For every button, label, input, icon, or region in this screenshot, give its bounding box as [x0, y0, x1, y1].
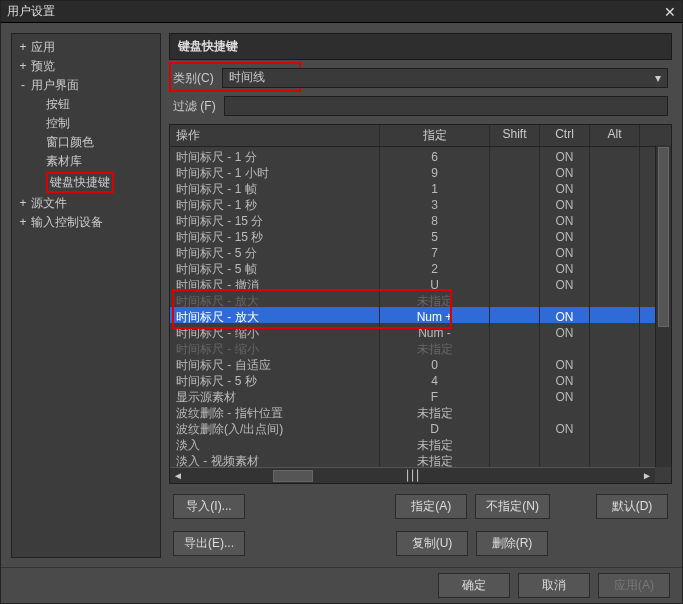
cell-ctrl: ON	[540, 147, 590, 163]
table-row[interactable]: 淡入未指定	[170, 435, 671, 451]
horizontal-scrollbar[interactable]: ◄ ⎮⎮⎮ ►	[170, 467, 655, 483]
cell-key: Num -	[380, 323, 490, 339]
expand-icon[interactable]: +	[18, 59, 28, 73]
ok-button[interactable]: 确定	[438, 573, 510, 598]
copy-button[interactable]: 复制(U)	[396, 531, 468, 556]
table-row[interactable]: 时间标尺 - 撤消UON	[170, 275, 671, 291]
expand-icon[interactable]: +	[18, 40, 28, 54]
expand-icon[interactable]: +	[18, 215, 28, 229]
cell-key: 未指定	[380, 403, 490, 419]
cell-shift	[490, 243, 540, 259]
default-button[interactable]: 默认(D)	[596, 494, 668, 519]
table-row[interactable]: 时间标尺 - 1 秒3ON	[170, 195, 671, 211]
delete-button[interactable]: 删除(R)	[476, 531, 548, 556]
tree-item[interactable]: 键盘快捷键	[14, 171, 158, 194]
scrollbar-track[interactable]	[421, 470, 640, 482]
close-icon[interactable]: ✕	[664, 4, 676, 20]
category-select[interactable]: 时间线	[222, 68, 668, 88]
cell-key: 5	[380, 227, 490, 243]
table-row[interactable]: 波纹删除 - 指针位置未指定	[170, 403, 671, 419]
scrollbar-thumb[interactable]	[658, 147, 669, 327]
unassign-button[interactable]: 不指定(N)	[475, 494, 550, 519]
cell-ctrl: ON	[540, 211, 590, 227]
apply-button[interactable]: 应用(A)	[598, 573, 670, 598]
col-key-header[interactable]: 指定	[380, 125, 490, 146]
footer-buttons: 确定 取消 应用(A)	[1, 567, 682, 603]
expand-icon[interactable]: -	[18, 78, 28, 92]
table-row[interactable]: 时间标尺 - 1 小时9ON	[170, 163, 671, 179]
category-value: 时间线	[223, 70, 265, 84]
cell-alt	[590, 163, 640, 179]
expand-icon[interactable]: +	[18, 196, 28, 210]
tree-item[interactable]: + 预览	[14, 57, 158, 76]
vertical-scrollbar[interactable]	[655, 145, 671, 467]
table-row[interactable]: 时间标尺 - 放大Num +ON	[170, 307, 671, 323]
cell-shift	[490, 387, 540, 403]
scroll-left-icon[interactable]: ◄	[170, 470, 186, 481]
cell-ctrl	[540, 291, 590, 307]
cell-key: 未指定	[380, 339, 490, 355]
table-row[interactable]: 时间标尺 - 自适应0ON	[170, 355, 671, 371]
tree-item[interactable]: + 源文件	[14, 194, 158, 213]
scrollbar-thumb[interactable]	[273, 470, 313, 482]
cell-key: 2	[380, 259, 490, 275]
tree-item[interactable]: + 应用	[14, 38, 158, 57]
table-row[interactable]: 时间标尺 - 15 分8ON	[170, 211, 671, 227]
import-button[interactable]: 导入(I)...	[173, 494, 245, 519]
scrollbar-track[interactable]	[186, 470, 405, 482]
cell-alt	[590, 211, 640, 227]
cell-action: 时间标尺 - 缩小	[170, 339, 380, 355]
cell-shift	[490, 371, 540, 387]
table-header: 操作 指定 Shift Ctrl Alt	[170, 125, 671, 147]
table-row[interactable]: 时间标尺 - 缩小Num -ON	[170, 323, 671, 339]
tree-item[interactable]: - 用户界面	[14, 76, 158, 95]
cell-ctrl: ON	[540, 163, 590, 179]
titlebar: 用户设置 ✕	[1, 1, 682, 23]
col-alt-header[interactable]: Alt	[590, 125, 640, 146]
tree-item[interactable]: 控制	[14, 114, 158, 133]
scroll-right-icon[interactable]: ►	[639, 470, 655, 481]
cell-shift	[490, 403, 540, 419]
tree-item[interactable]: + 输入控制设备	[14, 213, 158, 232]
cell-key: 未指定	[380, 451, 490, 467]
cell-alt	[590, 291, 640, 307]
cell-action: 时间标尺 - 撤消	[170, 275, 380, 291]
cell-action: 时间标尺 - 15 分	[170, 211, 380, 227]
table-row[interactable]: 时间标尺 - 放大未指定	[170, 291, 671, 307]
table-row[interactable]: 时间标尺 - 5 帧2ON	[170, 259, 671, 275]
cell-key: 8	[380, 211, 490, 227]
assign-button[interactable]: 指定(A)	[395, 494, 467, 519]
cell-alt	[590, 195, 640, 211]
cell-key: Num +	[380, 307, 490, 323]
cell-alt	[590, 147, 640, 163]
col-action-header[interactable]: 操作	[170, 125, 380, 146]
cancel-button[interactable]: 取消	[518, 573, 590, 598]
table-row[interactable]: 淡入 - 视频素材未指定	[170, 451, 671, 467]
tree-item[interactable]: 素材库	[14, 152, 158, 171]
table-row[interactable]: 波纹删除(入/出点间)DON	[170, 419, 671, 435]
tree-item[interactable]: 窗口颜色	[14, 133, 158, 152]
cell-ctrl: ON	[540, 371, 590, 387]
filter-input[interactable]	[224, 96, 668, 116]
cell-key: 0	[380, 355, 490, 371]
table-row[interactable]: 时间标尺 - 15 秒5ON	[170, 227, 671, 243]
col-shift-header[interactable]: Shift	[490, 125, 540, 146]
table-row[interactable]: 时间标尺 - 缩小未指定	[170, 339, 671, 355]
export-button[interactable]: 导出(E)...	[173, 531, 245, 556]
col-ctrl-header[interactable]: Ctrl	[540, 125, 590, 146]
cell-alt	[590, 243, 640, 259]
cell-alt	[590, 403, 640, 419]
cell-action: 时间标尺 - 1 秒	[170, 195, 380, 211]
tree-item[interactable]: 按钮	[14, 95, 158, 114]
table-row[interactable]: 时间标尺 - 1 帧1ON	[170, 179, 671, 195]
cell-key: D	[380, 419, 490, 435]
table-row[interactable]: 显示源素材FON	[170, 387, 671, 403]
filter-label: 过滤 (F)	[173, 98, 216, 115]
table-row[interactable]: 时间标尺 - 5 分7ON	[170, 243, 671, 259]
sidebar-tree: + 应用+ 预览- 用户界面按钮控制窗口颜色素材库键盘快捷键+ 源文件+ 输入控…	[11, 33, 161, 558]
table-row[interactable]: 时间标尺 - 5 秒4ON	[170, 371, 671, 387]
button-row-1: 导入(I)... 指定(A) 不指定(N) 默认(D)	[169, 492, 672, 521]
cell-ctrl	[540, 403, 590, 419]
cell-shift	[490, 259, 540, 275]
table-row[interactable]: 时间标尺 - 1 分6ON	[170, 147, 671, 163]
